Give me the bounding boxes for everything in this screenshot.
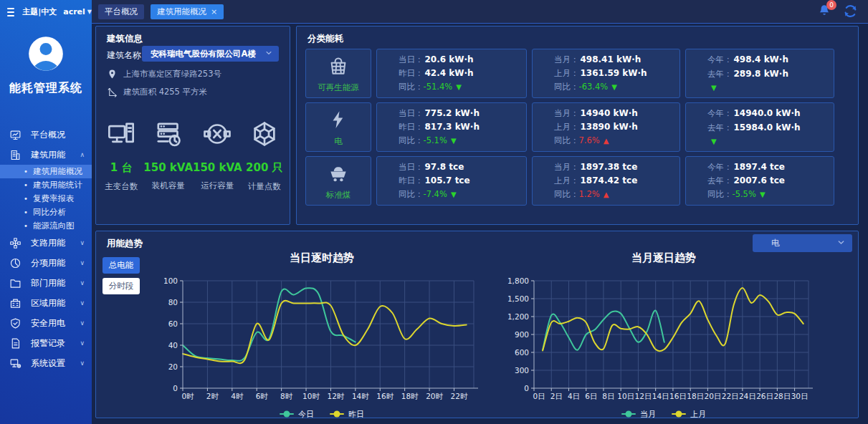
- sidebar-item[interactable]: 系统设置∨: [0, 353, 92, 373]
- svg-text:14日: 14日: [652, 392, 669, 400]
- legend-item[interactable]: 昨日: [330, 409, 364, 420]
- svg-text:1,500: 1,500: [507, 294, 529, 303]
- svg-text:80: 80: [168, 298, 178, 307]
- sidebar-subitem[interactable]: •同比分析: [0, 206, 92, 219]
- sidebar-subitem-label: 建筑用能统计: [33, 180, 82, 191]
- user-menu[interactable]: acrel ▼: [63, 7, 92, 16]
- svg-text:60: 60: [168, 319, 178, 328]
- category-stat-card: 当月：1897.38 tce上月：1874.42 tce同比：1.2%▲: [532, 156, 680, 206]
- legend-item[interactable]: 上月: [672, 409, 706, 420]
- tab-label: 建筑用能概况: [157, 6, 206, 17]
- bullet-icon: •: [24, 195, 28, 203]
- ratio-label: 同比：: [707, 189, 733, 199]
- stat-value: 1897.4 tce: [734, 162, 785, 172]
- sidebar-item[interactable]: 分项用能∨: [0, 253, 92, 273]
- building-area-row: 建筑面积 4255 平方米: [107, 87, 207, 97]
- building-area: 建筑面积 4255 平方米: [123, 87, 207, 97]
- stat-line: 当月：1897.38 tce: [554, 162, 679, 173]
- category-stat-card: 今年：14940.0 kW·h去年：15984.0 kW·h▼: [685, 102, 834, 152]
- chart-legend: 今日昨日: [164, 408, 480, 420]
- app-title: 能耗管理系统: [0, 81, 92, 96]
- notification-bell-icon[interactable]: 0: [817, 4, 831, 20]
- sidebar-item[interactable]: 建筑用能∧: [0, 145, 92, 165]
- svg-text:18日: 18日: [687, 392, 704, 400]
- svg-text:2时: 2时: [206, 392, 219, 400]
- down-triangle-icon: ▼: [760, 191, 766, 198]
- close-icon[interactable]: ×: [211, 7, 217, 16]
- stat-line: 上月：13890 kW·h: [554, 122, 679, 132]
- building-stat-value: 150 kVA: [143, 161, 193, 174]
- svg-text:24日: 24日: [739, 392, 756, 400]
- svg-text:20时: 20时: [426, 392, 443, 400]
- category-label: 可再生能源: [318, 82, 359, 93]
- stat-label: 昨日：: [399, 175, 424, 186]
- svg-text:10日: 10日: [617, 392, 634, 400]
- sidebar-subitem[interactable]: •建筑用能概况: [0, 165, 92, 178]
- tab[interactable]: 建筑用能概况×: [151, 4, 224, 19]
- tab-label: 平台概况: [105, 6, 138, 17]
- stat-line: 当日：20.6 kW·h: [399, 54, 526, 65]
- sidebar-item[interactable]: 报警记录∨: [0, 333, 92, 353]
- svg-text:4时: 4时: [231, 392, 244, 400]
- building-info-panel: 建筑信息 建筑名称： 安科瑞电气股份有限公司A楼 上海市嘉定区育绿路253号 建…: [95, 26, 290, 225]
- stat-value: 775.2 kW·h: [425, 108, 480, 118]
- ratio-value: -5.5%: [733, 189, 756, 199]
- sidebar-item[interactable]: 支路用能∨: [0, 233, 92, 253]
- ratio-line: ▼: [707, 136, 834, 146]
- ratio-label: 同比：: [554, 189, 579, 199]
- chart-title: 当月逐日趋势: [502, 251, 825, 266]
- svg-text:22时: 22时: [451, 392, 468, 400]
- legend-item[interactable]: 当月: [621, 409, 656, 420]
- bullet-icon: •: [24, 168, 28, 175]
- chevron-up-icon: ∧: [80, 151, 85, 158]
- tab[interactable]: 平台概况: [98, 4, 144, 19]
- chart-plot: 0204060801000时2时4时6时8时10时12时14时16时18时20时…: [164, 266, 480, 406]
- svg-text:28日: 28日: [773, 392, 791, 400]
- trend-mode-button[interactable]: 总电能: [102, 257, 140, 274]
- stat-value: 817.3 kW·h: [425, 122, 480, 132]
- svg-text:18时: 18时: [401, 392, 419, 400]
- sidebar-subitem[interactable]: •建筑用能统计: [0, 178, 92, 192]
- category-rows: 可再生能源当日：20.6 kW·h昨日：42.4 kW·h同比：-51.4%▼当…: [305, 49, 834, 210]
- theme-language-toggle[interactable]: 主题|中文: [22, 6, 57, 17]
- sidebar-item-label: 报警记录: [31, 337, 65, 350]
- svg-text:6时: 6时: [256, 392, 269, 400]
- stat-value: 1361.59 kW·h: [581, 68, 647, 78]
- sidebar-item-label: 系统设置: [31, 357, 65, 370]
- ratio-label: 同比：: [554, 135, 579, 145]
- sidebar-item[interactable]: 区域用能∨: [0, 293, 92, 313]
- safety-power-icon: [9, 317, 22, 329]
- hamburger-menu-icon[interactable]: [7, 6, 14, 19]
- stat-label: 今年：: [707, 162, 733, 172]
- svg-text:1,800: 1,800: [507, 276, 529, 285]
- chart-plot: 03006009001,2001,5001,8000日2日4日6日8日10日12…: [502, 266, 825, 406]
- stat-line: 去年：2007.6 tce: [707, 175, 834, 186]
- sidebar-subitem[interactable]: •能源流向图: [0, 219, 92, 233]
- sidebar-item[interactable]: 平台概况: [0, 125, 92, 145]
- energy-trend-title: 用能趋势: [107, 238, 143, 250]
- refresh-icon[interactable]: [843, 4, 858, 21]
- chevron-down-icon: ∨: [80, 259, 85, 266]
- building-name-select[interactable]: 安科瑞电气股份有限公司A楼: [142, 46, 279, 62]
- building-stat-value: 150 kVA: [193, 161, 242, 174]
- stat-label: 当月：: [554, 162, 579, 172]
- trend-mode-button[interactable]: 分时段: [102, 278, 140, 294]
- sidebar-subitem[interactable]: •复费率报表: [0, 192, 92, 206]
- sidebar-menu: 平台概况建筑用能∧•建筑用能概况•建筑用能统计•复费率报表•同比分析•能源流向图…: [0, 125, 92, 373]
- chevron-down-icon: ∨: [80, 279, 85, 286]
- energy-type-select[interactable]: 电: [753, 234, 852, 252]
- stat-value: 14940.0 kW·h: [734, 108, 801, 118]
- svg-text:0时: 0时: [181, 392, 194, 400]
- stat-label: 今年：: [707, 108, 733, 118]
- svg-text:40: 40: [168, 341, 178, 350]
- building-stat-value: 1 台: [99, 161, 143, 175]
- legend-item[interactable]: 今日: [280, 409, 314, 420]
- stat-label: 当日：: [399, 162, 424, 172]
- department-energy-icon: [9, 277, 22, 289]
- building-energy-icon: [9, 149, 22, 161]
- sidebar-item[interactable]: 安全用电∨: [0, 313, 92, 333]
- sidebar-item[interactable]: 部门用能∨: [0, 273, 92, 293]
- chevron-down-icon: ∨: [80, 299, 85, 307]
- system-settings-icon: [9, 357, 22, 370]
- building-stat: 150 kVA运行容量: [193, 120, 242, 192]
